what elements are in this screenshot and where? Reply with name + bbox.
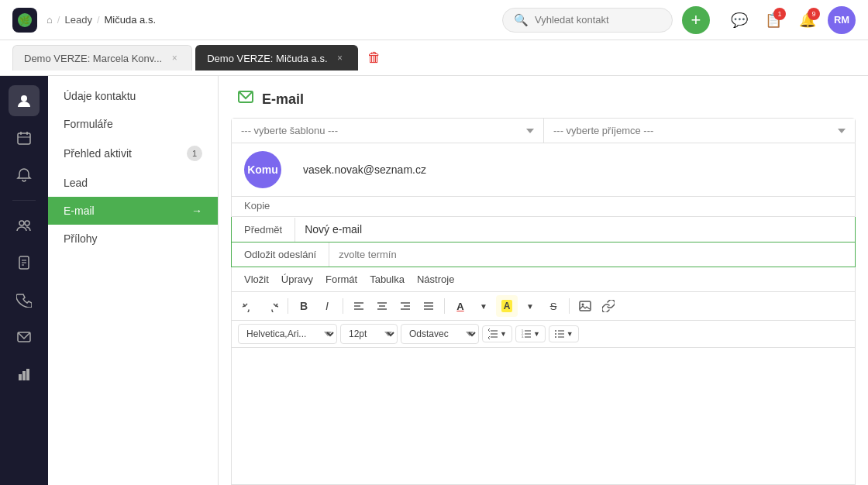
image-button[interactable] — [574, 295, 596, 317]
tabs-row: Demo VERZE: Marcela Konv... × Demo VERZE… — [0, 40, 868, 76]
unordered-list-button[interactable]: ▼ — [549, 325, 579, 342]
nav-arrow-email: → — [191, 205, 202, 217]
menu-format[interactable]: Formát — [319, 270, 363, 288]
align-left-button[interactable] — [348, 295, 370, 317]
tab-close-1[interactable]: × — [334, 52, 346, 64]
chat-button[interactable]: 💬 — [725, 6, 753, 34]
main-layout: Údaje kontaktu Formuláře Přehled aktivit… — [0, 76, 868, 485]
menu-table[interactable]: Tabulka — [363, 270, 411, 288]
nav-label-contact-details: Údaje kontaktu — [64, 90, 136, 102]
recipient-select[interactable]: --- vyberte příjemce --- — [543, 119, 855, 143]
sidebar-icon-stats[interactable] — [9, 359, 40, 390]
svg-point-45 — [555, 333, 556, 335]
subject-row: Předmět — [231, 217, 856, 242]
align-justify-button[interactable] — [418, 295, 439, 317]
breadcrumb: ⌂ / Leady / Mičuda a.s. — [46, 14, 156, 26]
add-button[interactable]: + — [682, 6, 710, 34]
tab-1[interactable]: Demo VERZE: Mičuda a.s. × — [195, 45, 357, 71]
toolbar-buttons: B I A — [232, 292, 855, 321]
bold-button[interactable]: B — [293, 295, 315, 317]
tab-close-0[interactable]: × — [168, 52, 181, 64]
topnav: 🌿 ⌂ / Leady / Mičuda a.s. 🔍 + 💬 📋 1 🔔 9 … — [0, 0, 868, 40]
strikethrough-icon: S — [550, 301, 557, 312]
font-family-select[interactable]: Helvetica,Ari... — [238, 324, 337, 344]
editor-body[interactable] — [231, 348, 856, 485]
docs-badge: 1 — [773, 8, 786, 20]
svg-point-2 — [21, 95, 27, 101]
subject-input[interactable] — [295, 217, 855, 242]
ordered-list-button[interactable]: 1.2.3. ▼ — [515, 325, 546, 342]
avatar-button[interactable]: RM — [828, 6, 856, 34]
sidebar-icon-documents[interactable] — [9, 247, 40, 278]
to-input[interactable] — [294, 156, 855, 184]
nav-label-attachments: Přílohy — [64, 232, 98, 245]
nav-item-email[interactable]: E-mail → — [48, 197, 218, 225]
docs-button[interactable]: 📋 1 — [760, 6, 787, 34]
font-size-select[interactable]: 12pt — [340, 324, 398, 344]
copy-label[interactable]: Kopie — [244, 200, 270, 212]
to-circle: Komu — [244, 151, 281, 188]
search-bar[interactable]: 🔍 — [502, 8, 673, 33]
bell-badge: 9 — [808, 8, 820, 20]
nav-item-lead[interactable]: Lead — [48, 169, 218, 197]
svg-point-44 — [555, 330, 556, 332]
nav-item-attachments[interactable]: Přílohy — [48, 225, 218, 253]
breadcrumb-leads[interactable]: Leady — [64, 14, 91, 26]
to-row: Komu — [231, 143, 856, 197]
sidebar-icon-alerts[interactable] — [9, 160, 40, 191]
svg-rect-3 — [18, 133, 30, 144]
sidebar-icon-phone[interactable] — [9, 284, 40, 315]
email-form: --- vyberte šablonu --- --- vyberte příj… — [219, 118, 868, 485]
menu-tools[interactable]: Nástroje — [411, 270, 460, 288]
tab-0[interactable]: Demo VERZE: Marcela Konv... × — [12, 45, 192, 71]
highlight-dropdown-button[interactable]: ▼ — [473, 295, 494, 317]
sidebar-icon-email[interactable] — [9, 322, 40, 353]
nav-label-forms: Formuláře — [64, 118, 113, 130]
email-content: E-mail --- vyberte šablonu --- --- vyber… — [219, 76, 868, 485]
search-input[interactable] — [535, 14, 659, 26]
svg-text:🌿: 🌿 — [19, 15, 30, 26]
app-logo: 🌿 — [12, 8, 37, 33]
nav-item-forms[interactable]: Formuláře — [48, 110, 218, 138]
svg-rect-15 — [22, 371, 26, 380]
subject-label: Předmět — [232, 218, 295, 242]
align-right-button[interactable] — [394, 295, 416, 317]
highlight-dropdown-2[interactable]: ▼ — [519, 295, 541, 317]
svg-rect-14 — [19, 374, 22, 380]
link-button[interactable] — [598, 295, 619, 317]
svg-point-8 — [25, 221, 29, 225]
delay-input[interactable] — [329, 242, 855, 267]
nav-item-contact-details[interactable]: Údaje kontaktu — [48, 82, 218, 110]
align-center-button[interactable] — [371, 295, 393, 317]
highlight-button[interactable]: A — [496, 295, 518, 317]
undo-button[interactable] — [238, 295, 260, 317]
bell-button[interactable]: 🔔 9 — [794, 6, 822, 34]
email-section-icon — [237, 88, 254, 110]
line-spacing-button[interactable]: ▼ — [482, 325, 512, 342]
paragraph-select[interactable]: Odstavec — [401, 324, 479, 344]
font-color-button[interactable]: A — [450, 295, 471, 317]
toolbar-sep-4 — [569, 298, 570, 314]
home-icon[interactable]: ⌂ — [46, 14, 53, 26]
delete-tab-button[interactable]: 🗑 — [367, 50, 381, 66]
strikethrough-button[interactable]: S — [542, 295, 564, 317]
sidebar-icon-contacts[interactable] — [9, 85, 40, 116]
italic-button[interactable]: I — [316, 295, 338, 317]
sidebar-icon-team[interactable] — [9, 210, 40, 241]
menu-edit[interactable]: Úpravy — [275, 270, 319, 288]
svg-point-7 — [19, 221, 24, 225]
highlight-icon: A — [501, 300, 513, 312]
email-section-title: E-mail — [262, 91, 304, 108]
delay-label: Odložit odeslání — [232, 242, 329, 267]
nav-label-email: E-mail — [64, 205, 95, 217]
svg-point-31 — [582, 304, 584, 306]
menu-insert[interactable]: Vložit — [238, 270, 275, 288]
spacing-dropdown-icon: ▼ — [500, 330, 507, 338]
template-select[interactable]: --- vyberte šablonu --- — [232, 119, 543, 143]
breadcrumb-sep-2: / — [97, 14, 100, 26]
nav-item-activities[interactable]: Přehled aktivit 1 — [48, 138, 218, 169]
redo-button[interactable] — [261, 295, 283, 317]
search-icon: 🔍 — [514, 13, 529, 27]
template-recipient-row: --- vyberte šablonu --- --- vyberte příj… — [231, 118, 856, 143]
sidebar-icon-calendar[interactable] — [9, 122, 40, 153]
